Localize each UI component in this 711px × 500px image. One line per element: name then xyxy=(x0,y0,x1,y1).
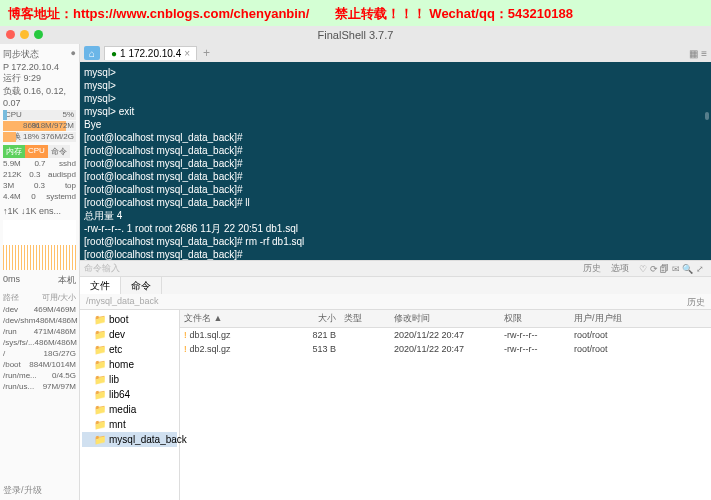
folder-item[interactable]: 📁mnt xyxy=(82,417,177,432)
sidebar: 同步状态● P 172.20.10.4 运行 9:29 负载 0.16, 0.1… xyxy=(0,44,80,500)
folder-item[interactable]: 📁dev xyxy=(82,327,177,342)
folder-tree[interactable]: 📁boot📁dev📁etc📁home📁lib📁lib64📁media📁mnt📁m… xyxy=(80,310,180,500)
load-label: 负载 0.16, 0.12, 0.07 xyxy=(3,85,76,108)
terminal-line: [root@localhost mysql_data_back]# xyxy=(84,157,707,170)
terminal-line: mysql> xyxy=(84,92,707,105)
tab-command[interactable]: 命令 xyxy=(121,277,162,294)
fs-row: /18G/27G xyxy=(3,348,76,359)
proc-row: 212K0.3audispd xyxy=(3,169,76,180)
terminal-line: [root@localhost mysql_data_back]# ll xyxy=(84,196,707,209)
options-button[interactable]: 选项 xyxy=(608,262,632,275)
command-input-bar[interactable]: 命令输入 历史 选项 ♡ ⟳ 🗐 ✉ 🔍 ⤢ xyxy=(80,260,711,276)
folder-item[interactable]: 📁etc xyxy=(82,342,177,357)
file-row[interactable]: !db2.sql.gz513 B2020/11/22 20:47-rw-r--r… xyxy=(180,342,711,356)
status-dot-icon: ● xyxy=(111,48,117,59)
folder-item[interactable]: 📁lib xyxy=(82,372,177,387)
fs-row: /dev/shm486M/486M xyxy=(3,315,76,326)
terminal-line: [root@localhost mysql_data_back]# xyxy=(84,183,707,196)
terminal-line: Bye xyxy=(84,118,707,131)
path-bar[interactable]: /mysql_data_back 历史 xyxy=(80,294,711,310)
runtime-label: 运行 9:29 xyxy=(3,72,76,85)
folder-icon: 📁 xyxy=(94,389,106,400)
cpu-bar: CPU 5% xyxy=(3,110,76,120)
fs-row: /run/me...0/4.5G xyxy=(3,370,76,381)
titlebar: FinalShell 3.7.7 xyxy=(0,26,711,44)
maximize-icon[interactable] xyxy=(34,30,43,39)
folder-item[interactable]: 📁media xyxy=(82,402,177,417)
terminal-line: [root@localhost mysql_data_back]# xyxy=(84,248,707,260)
minimize-icon[interactable] xyxy=(20,30,29,39)
terminal[interactable]: mysql>mysql>mysql>mysql> exitBye[root@lo… xyxy=(80,62,711,260)
sync-status-label: 同步状态 xyxy=(3,48,39,61)
network-chart xyxy=(3,220,76,270)
folder-item[interactable]: 📁boot xyxy=(82,312,177,327)
swap-bar: 交换 18%376M/2G xyxy=(3,132,76,142)
file-list: 文件名 ▲ 大小 类型 修改时间 权限 用户/用户组 !db1.sql.gz82… xyxy=(180,310,711,500)
fs-row: /boot884M/1014M xyxy=(3,359,76,370)
folder-item[interactable]: 📁mysql_data_back xyxy=(82,432,177,447)
mem-bar: 内存 86%818M/972M xyxy=(3,121,76,131)
watermark-banner: 博客地址：https://www.cnblogs.com/chenyanbin/… xyxy=(0,0,711,26)
proc-row: 5.9M0.7sshd xyxy=(3,158,76,169)
tabbar-right-icons[interactable]: ▦ ≡ xyxy=(689,48,707,59)
folder-icon: 📁 xyxy=(94,329,106,340)
net-chart-label: ↑1K ↓1K ens... xyxy=(3,206,61,216)
terminal-line: mysql> xyxy=(84,66,707,79)
folder-icon: 📁 xyxy=(94,374,106,385)
terminal-line: -rw-r--r--. 1 root root 2686 11月 22 20:5… xyxy=(84,222,707,235)
folder-icon: 📁 xyxy=(94,344,106,355)
tab-file[interactable]: 文件 xyxy=(80,277,121,294)
folder-icon: 📁 xyxy=(94,314,106,325)
proc-row: 3M0.3top xyxy=(3,180,76,191)
fs-row: /run471M/486M xyxy=(3,326,76,337)
folder-item[interactable]: 📁lib64 xyxy=(82,387,177,402)
app-title: FinalShell 3.7.7 xyxy=(318,29,394,41)
home-icon[interactable]: ⌂ xyxy=(84,46,100,60)
sidebar-tabs[interactable]: 内存 CPU 命令 xyxy=(3,145,76,158)
terminal-line: [root@localhost mysql_data_back]# rm -rf… xyxy=(84,235,707,248)
proc-row: 4.4M0systemd xyxy=(3,191,76,202)
terminal-line: [root@localhost mysql_data_back]# xyxy=(84,144,707,157)
tab-mem[interactable]: 内存 xyxy=(3,145,25,158)
terminal-line: mysql> exit xyxy=(84,105,707,118)
folder-icon: 📁 xyxy=(94,359,106,370)
add-tab-icon[interactable]: + xyxy=(203,46,210,60)
fs-row: /dev469M/469M xyxy=(3,304,76,315)
tab-cmd[interactable]: 命令 xyxy=(48,145,70,158)
connection-tabbar: ⌂ ● 1 172.20.10.4 × + ▦ ≡ xyxy=(80,44,711,62)
connection-tab[interactable]: ● 1 172.20.10.4 × xyxy=(104,46,197,60)
folder-item[interactable]: 📁home xyxy=(82,357,177,372)
close-icon[interactable] xyxy=(6,30,15,39)
file-row[interactable]: !db1.sql.gz821 B2020/11/22 20:47-rw-r--r… xyxy=(180,328,711,342)
path-history-button[interactable]: 历史 xyxy=(687,296,705,307)
close-tab-icon[interactable]: × xyxy=(184,48,190,59)
tab-cpu[interactable]: CPU xyxy=(25,145,48,158)
folder-icon: 📁 xyxy=(94,419,106,430)
terminal-line: [root@localhost mysql_data_back]# xyxy=(84,131,707,144)
fs-row: /run/us...97M/97M xyxy=(3,381,76,392)
terminal-line: [root@localhost mysql_data_back]# xyxy=(84,170,707,183)
ip-label: P 172.20.10.4 xyxy=(3,62,76,72)
fs-row: /sys/fs/...486M/486M xyxy=(3,337,76,348)
terminal-scrollbar[interactable] xyxy=(705,112,709,120)
current-path: /mysql_data_back xyxy=(86,296,159,307)
login-upgrade[interactable]: 登录/升级 xyxy=(3,484,42,497)
file-panel-tabs: 文件 命令 xyxy=(80,276,711,294)
terminal-line: 总用量 4 xyxy=(84,209,707,222)
toolbar-icons[interactable]: ♡ ⟳ 🗐 ✉ 🔍 ⤢ xyxy=(636,264,707,274)
window-controls[interactable] xyxy=(6,30,43,39)
folder-icon: 📁 xyxy=(94,404,106,415)
terminal-line: mysql> xyxy=(84,79,707,92)
file-list-header[interactable]: 文件名 ▲ 大小 类型 修改时间 权限 用户/用户组 xyxy=(180,310,711,328)
cmd-placeholder: 命令输入 xyxy=(84,262,120,275)
history-button[interactable]: 历史 xyxy=(580,262,604,275)
folder-icon: 📁 xyxy=(94,434,106,445)
